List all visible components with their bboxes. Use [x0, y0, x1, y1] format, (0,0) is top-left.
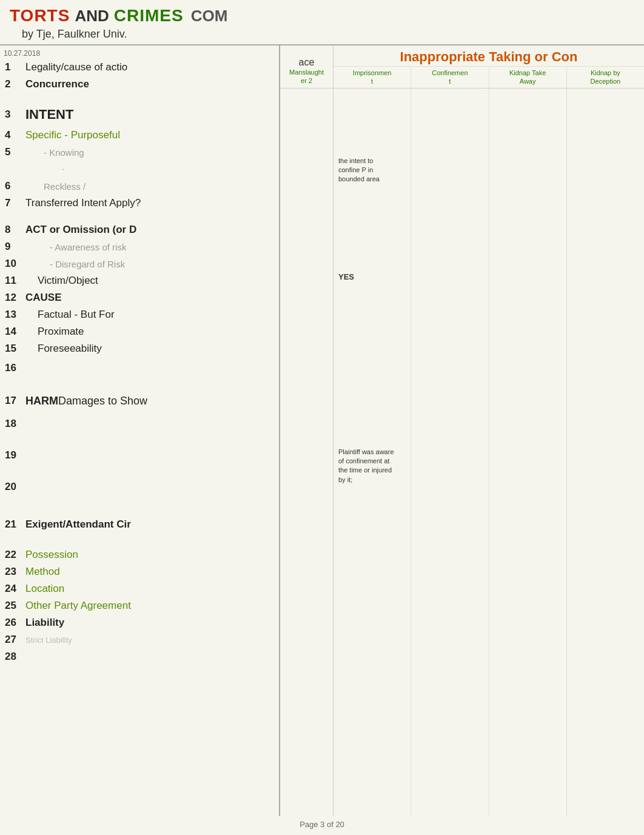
- cell-yes: YES: [336, 270, 357, 284]
- torts-label: TORTS: [10, 6, 70, 25]
- row-10: 10 - Disregard of Risk: [0, 255, 279, 272]
- col-kidnap-take: Kidnap TakeAway: [489, 67, 567, 88]
- row-27: 27 Strict Liability: [0, 631, 279, 648]
- row-22: 22 Possession: [0, 546, 279, 563]
- spacer-1: [0, 93, 279, 102]
- row-3: 3 INTENT: [0, 102, 279, 127]
- row-20: 20: [0, 476, 279, 498]
- row-7: 7 Transferred Intent Apply?: [0, 195, 279, 212]
- header-row1: TORTS AND CRIMES COM: [0, 0, 644, 27]
- main-title: Inappropriate Taking or Con: [334, 45, 644, 67]
- com-label: COM: [191, 7, 228, 25]
- page-number: Page 3 of 20: [300, 820, 344, 829]
- ace-header: ace Manslaughter 2: [280, 45, 334, 88]
- row-24: 24 Location: [0, 580, 279, 597]
- row-23: 23 Method: [0, 563, 279, 580]
- row-13: 13 Factual - But For: [0, 306, 279, 323]
- row-26: 26 Liability: [0, 614, 279, 631]
- grid-body: the intent toconfine P inbounded area YE…: [280, 89, 644, 816]
- row-4: 4 Specific - Purposeful: [0, 127, 279, 144]
- left-column: 10.27.2018 1 Legality/cause of actio 2 C…: [0, 45, 280, 816]
- spacer-4: [0, 435, 279, 444]
- spacer-5: [0, 466, 279, 476]
- row-25: 25 Other Party Agreement: [0, 597, 279, 614]
- row-16: 16: [0, 357, 279, 379]
- col-imprisonment: Imprisonment: [334, 67, 411, 88]
- footer: Page 3 of 20: [0, 820, 644, 829]
- row-28: 28: [0, 648, 279, 665]
- kidnap-deception-data-col: [567, 89, 644, 816]
- spacer-3: [0, 379, 279, 389]
- sub-cols: Imprisonment Confinement Kidnap TakeAway…: [334, 67, 644, 88]
- row-dash: -: [0, 161, 279, 178]
- row-15: 15 Foreseeability: [0, 340, 279, 357]
- subtitle: by Tje, Faulkner Univ.: [0, 27, 644, 44]
- data-cols: the intent toconfine P inbounded area YE…: [334, 89, 644, 816]
- row-12: 12 CAUSE: [0, 289, 279, 306]
- and-label: AND: [75, 7, 109, 25]
- row-2: 2 Concurrence: [0, 76, 279, 93]
- row-19: 19: [0, 444, 279, 466]
- manslaught-sub: Manslaughter 2: [289, 68, 324, 86]
- spacer-2: [0, 212, 279, 221]
- cell-plaintiff-aware: Plaintiff was awareof confinement atthe …: [336, 446, 397, 486]
- main-layout: 10.27.2018 1 Legality/cause of actio 2 C…: [0, 45, 644, 816]
- top-header: TORTS AND CRIMES COM by Tje, Faulkner Un…: [0, 0, 644, 45]
- row-18: 18: [0, 413, 279, 435]
- imprisonment-data-col: the intent toconfine P inbounded area YE…: [334, 89, 411, 816]
- row-6: 6 Reckless /: [0, 178, 279, 195]
- ace-col: [280, 89, 334, 816]
- page-wrapper: TORTS AND CRIMES COM by Tje, Faulkner Un…: [0, 0, 644, 816]
- row-14: 14 Proximate: [0, 323, 279, 340]
- crimes-label: CRIMES: [114, 6, 184, 25]
- col-kidnap-deception: Kidnap byDeception: [567, 67, 644, 88]
- title-area: Inappropriate Taking or Con Imprisonment…: [334, 45, 644, 88]
- right-header: ace Manslaughter 2 Inappropriate Taking …: [280, 45, 644, 89]
- row-5: 5 - Knowing: [0, 144, 279, 161]
- row-1: 1 Legality/cause of actio: [0, 59, 279, 76]
- kidnap-take-data-col: [489, 89, 567, 816]
- row-11: 11 Victim/Object: [0, 272, 279, 289]
- confinement-data-col: [411, 89, 489, 816]
- row-8: 8 ACT or Omission (or D: [0, 221, 279, 238]
- spacer-7: [0, 537, 279, 546]
- spacer-6: [0, 498, 279, 512]
- cell-intent-confine: the intent toconfine P inbounded area: [336, 155, 382, 186]
- ace-label: ace: [299, 57, 315, 68]
- right-column: ace Manslaughter 2 Inappropriate Taking …: [280, 45, 644, 816]
- date-line: 10.27.2018: [0, 45, 279, 59]
- row-17: 17 HARMDamages to Show: [0, 389, 279, 413]
- col-confinement: Confinement: [411, 67, 489, 88]
- row-9: 9 - Awareness of risk: [0, 238, 279, 255]
- row-21: 21 Exigent/Attendant Cir: [0, 512, 279, 537]
